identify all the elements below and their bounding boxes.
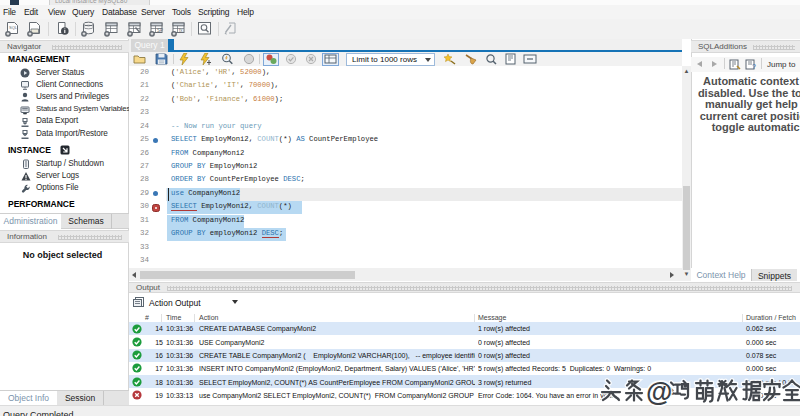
svg-text:SP: SP [157, 28, 163, 33]
svg-text:?: ? [752, 63, 756, 70]
svg-text:SQL: SQL [9, 25, 18, 30]
svg-text:@: @ [646, 377, 672, 407]
